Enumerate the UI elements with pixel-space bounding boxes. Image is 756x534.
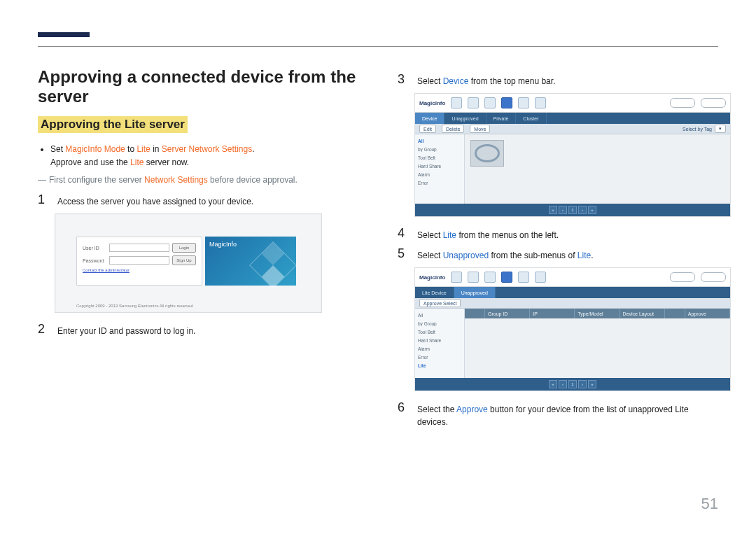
sidebar-item[interactable]: by Group <box>418 321 461 326</box>
tab-lite-device[interactable]: Lite Device <box>415 287 454 298</box>
topbar-icon[interactable] <box>535 272 546 283</box>
signup-button[interactable]: Sign Up <box>172 255 196 265</box>
tab-unapproved[interactable]: Unapproved <box>444 113 486 124</box>
admin-sidebar: All by Group Tool Belt Hard Share Alarm … <box>415 134 465 204</box>
col-checkbox <box>465 309 485 318</box>
topbar-icon[interactable] <box>484 97 496 108</box>
tab-lite-unapproved[interactable]: Unapproved <box>454 287 496 298</box>
topbar-icon-device[interactable] <box>501 272 512 283</box>
admin-main <box>465 134 730 204</box>
sub-btn[interactable]: Delete <box>442 125 464 133</box>
topbar-icon[interactable] <box>484 272 496 283</box>
sidebar-item[interactable]: Hard Share <box>418 338 461 343</box>
header-rule <box>38 46 718 47</box>
list-header: Group ID IP Type/Model Device Layout App… <box>465 309 730 318</box>
tab-device[interactable]: Device <box>415 113 444 124</box>
topbar-icon[interactable] <box>451 97 462 108</box>
step-3: 3 Select Device from the top menu bar. <box>398 73 718 87</box>
admin-body: All by Group Tool Belt Hard Share Alarm … <box>415 309 730 378</box>
user-id-label: User ID <box>83 246 106 251</box>
sidebar-item[interactable]: Hard Share <box>418 164 461 169</box>
topbar-pill[interactable] <box>670 98 695 108</box>
password-field[interactable] <box>109 256 169 265</box>
step-text: Access the server you have assigned to y… <box>57 193 253 208</box>
step-6: 6 Select the Approve button for your dev… <box>398 401 718 428</box>
sidebar-item[interactable]: Alarm <box>418 346 461 351</box>
pager-btn[interactable]: 1 <box>568 206 577 214</box>
col-gap <box>665 309 685 318</box>
tag-dropdown[interactable]: ▾ <box>715 125 726 133</box>
step-1: 1 Access the server you have assigned to… <box>38 193 358 208</box>
sidebar-item[interactable]: Tool Belt <box>418 330 461 335</box>
col-layout: Device Layout <box>620 309 665 318</box>
step-5: 5 Select Unapproved from the sub-menus o… <box>398 247 718 262</box>
left-column: Approving a connected device from the se… <box>38 67 358 434</box>
step-number: 6 <box>398 401 407 428</box>
pager-btn[interactable]: « <box>549 206 557 214</box>
step-text: Select Lite from the menus on the left. <box>417 227 559 241</box>
col-approve: Approve <box>685 309 730 318</box>
col-group: Group ID <box>485 309 530 318</box>
kw-lite: Lite <box>136 144 150 154</box>
kw-unapproved: Unapproved <box>443 251 489 260</box>
sidebar-item[interactable]: Alarm <box>418 172 461 177</box>
sidebar-item[interactable]: Tool Belt <box>418 155 461 160</box>
sidebar-item[interactable]: All <box>418 139 461 143</box>
step-text: Select the Approve button for your devic… <box>417 401 718 428</box>
sub-btn[interactable]: Move <box>470 125 490 133</box>
pager-btn[interactable]: « <box>549 380 557 388</box>
admin-sidebar: All by Group Tool Belt Hard Share Alarm … <box>415 309 465 378</box>
pager-btn[interactable]: › <box>578 206 587 214</box>
admin-topbar: MagicInfo <box>415 94 730 113</box>
sub-btn[interactable]: Edit <box>419 125 436 133</box>
config-note: ―First configure the server Network Sett… <box>38 174 358 186</box>
topbar-pill[interactable] <box>701 272 726 282</box>
step-number: 1 <box>38 193 48 208</box>
approve-select-button[interactable]: Approve Select <box>419 299 461 307</box>
topbar-icon[interactable] <box>468 272 479 283</box>
tab-private[interactable]: Private <box>486 113 517 124</box>
diamond-icon <box>250 243 295 288</box>
topbar-icon[interactable] <box>451 272 462 283</box>
sidebar-item[interactable]: All <box>418 313 461 318</box>
topbar-icon[interactable] <box>518 97 529 108</box>
kw-magicinfo-mode: MagicInfo Mode <box>65 144 125 154</box>
col-ip: IP <box>530 309 575 318</box>
right-column: 3 Select Device from the top menu bar. M… <box>398 67 718 434</box>
admin-body: All by Group Tool Belt Hard Share Alarm … <box>415 134 730 204</box>
topbar-icon-device[interactable] <box>501 97 512 108</box>
list-empty-area <box>465 318 730 378</box>
sidebar-item[interactable]: by Group <box>418 147 461 152</box>
user-id-field[interactable] <box>109 244 169 252</box>
lite-tabs: Lite Device Unapproved <box>415 287 730 298</box>
password-label: Password <box>83 258 106 263</box>
topbar-pill[interactable] <box>670 272 695 282</box>
pager-btn[interactable]: » <box>588 380 596 388</box>
device-thumb[interactable] <box>470 140 504 167</box>
pager-btn[interactable]: 1 <box>568 380 577 388</box>
topbar-icon[interactable] <box>518 272 529 283</box>
pager-btn[interactable]: › <box>578 380 587 388</box>
topbar-icon[interactable] <box>535 97 546 108</box>
sidebar-item-lite[interactable]: Lite <box>418 363 461 368</box>
step-number: 2 <box>38 323 48 337</box>
tab-cluster[interactable]: Cluster <box>516 113 546 124</box>
login-copyright: Copyright 2009 - 2013 Samsung Electronic… <box>76 304 193 308</box>
topbar-pill[interactable] <box>701 98 726 108</box>
sub-right: Select by Tag ▾ <box>682 125 726 133</box>
kw-device: Device <box>443 76 469 86</box>
select-by-tag-label: Select by Tag <box>682 127 712 132</box>
sidebar-item[interactable]: Error <box>418 355 461 360</box>
login-button[interactable]: Login <box>172 243 196 253</box>
login-screenshot: User ID Login Password Sign Up Contact t… <box>55 213 322 313</box>
contact-admin-link[interactable]: Contact the administrator <box>83 268 196 272</box>
page-number: 51 <box>701 495 718 513</box>
topbar-icon[interactable] <box>468 97 479 108</box>
sidebar-item[interactable]: Error <box>418 181 461 185</box>
admin-main: Group ID IP Type/Model Device Layout App… <box>465 309 730 378</box>
pager-btn[interactable]: » <box>588 206 596 214</box>
admin-logo: MagicInfo <box>419 100 445 106</box>
pager-btn[interactable]: ‹ <box>559 206 567 214</box>
col-type: Type/Model <box>575 309 620 318</box>
pager-btn[interactable]: ‹ <box>559 380 567 388</box>
